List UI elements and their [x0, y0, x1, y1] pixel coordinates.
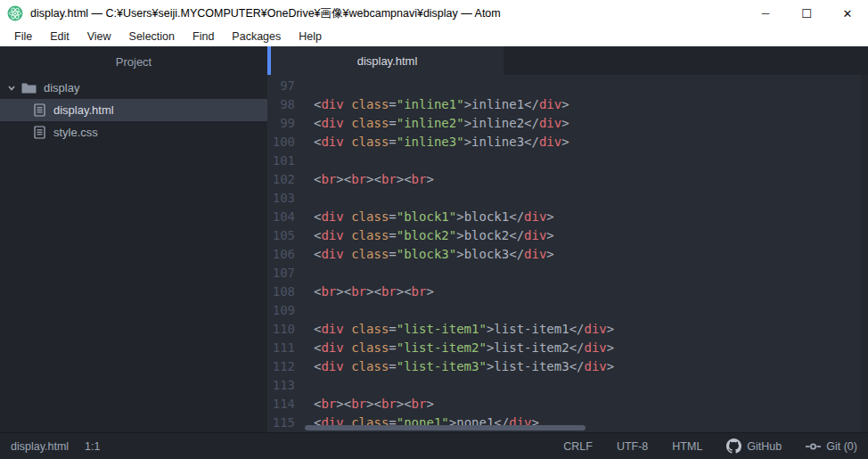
menu-view[interactable]: View	[78, 27, 120, 46]
status-grammar[interactable]: HTML	[672, 440, 702, 453]
project-panel-tab[interactable]: Project	[0, 46, 267, 77]
status-encoding[interactable]: UTF-8	[617, 440, 648, 453]
menu-help[interactable]: Help	[290, 27, 331, 46]
close-button[interactable]: ✕	[827, 0, 868, 27]
status-encoding-label: UTF-8	[617, 440, 648, 453]
line-number: 108	[267, 283, 295, 301]
tab-display-html[interactable]: display.html	[271, 46, 504, 75]
menu-packages[interactable]: Packages	[223, 27, 290, 46]
code-text	[295, 189, 314, 208]
status-cursor-position: 1:1	[85, 440, 100, 453]
status-github-label: GitHub	[747, 440, 782, 453]
code-line-110[interactable]: 110<div class="list-item1">list-item1</d…	[267, 320, 868, 339]
status-line-ending[interactable]: CRLF	[563, 440, 593, 453]
line-number: 101	[267, 152, 295, 170]
code-text: <br><br><br><br>	[295, 283, 434, 301]
code-text: <div class="block3">block3</div>	[295, 245, 554, 264]
code-line-111[interactable]: 111<div class="list-item2">list-item2</d…	[267, 339, 868, 357]
code-line-109[interactable]: 109	[267, 301, 868, 320]
code-line-103[interactable]: 103	[267, 189, 868, 208]
status-line-ending-label: CRLF	[563, 440, 593, 453]
menu-find[interactable]: Find	[184, 27, 223, 46]
horizontal-scrollbar[interactable]	[305, 425, 585, 430]
code-line-104[interactable]: 104<div class="block1">block1</div>	[267, 208, 868, 226]
menu-file[interactable]: File	[5, 27, 41, 46]
github-icon	[726, 439, 741, 454]
line-number: 104	[267, 208, 295, 226]
code-line-112[interactable]: 112<div class="list-item3">list-item3</d…	[267, 357, 868, 376]
code-line-100[interactable]: 100<div class="inline3">inline3</div>	[267, 133, 868, 152]
code-editor[interactable]: 9798<div class="inline1">inline1</div>99…	[267, 75, 868, 432]
tree-item-label: style.css	[53, 126, 98, 139]
code-text: <div class="block2">block2</div>	[295, 226, 554, 245]
tree-item-style-css[interactable]: style.css	[0, 121, 267, 143]
status-github[interactable]: GitHub	[726, 439, 782, 454]
maximize-button[interactable]: ☐	[786, 0, 827, 27]
code-text	[295, 301, 314, 320]
line-number: 100	[267, 133, 295, 152]
code-line-101[interactable]: 101	[267, 152, 868, 170]
code-line-108[interactable]: 108<br><br><br><br>	[267, 283, 868, 301]
git-commit-icon	[806, 441, 821, 452]
file-icon	[34, 126, 45, 139]
project-tree: displaydisplay.htmlstyle.css	[0, 77, 267, 143]
line-number: 114	[267, 395, 295, 414]
status-git[interactable]: Git (0)	[806, 440, 857, 453]
code-text	[295, 376, 314, 395]
vertical-scrollbar[interactable]	[861, 75, 868, 432]
tab-bar: display.html	[267, 46, 868, 75]
status-right: CRLFUTF-8HTMLGitHubGit (0)	[563, 439, 857, 454]
code-line-97[interactable]: 97	[267, 77, 868, 95]
status-grammar-label: HTML	[672, 440, 702, 453]
line-number: 99	[267, 114, 295, 133]
code-line-106[interactable]: 106<div class="block3">block3</div>	[267, 245, 868, 264]
code-text	[295, 152, 314, 170]
line-number: 113	[267, 376, 295, 395]
code-text	[295, 264, 314, 283]
folder-icon	[21, 82, 37, 94]
tree-item-display[interactable]: display	[0, 77, 267, 99]
project-panel: Project displaydisplay.htmlstyle.css	[0, 46, 267, 432]
line-number: 98	[267, 95, 295, 114]
status-bar: display.html 1:1 CRLFUTF-8HTMLGitHubGit …	[0, 432, 868, 459]
menu-selection[interactable]: Selection	[120, 27, 184, 46]
minimize-button[interactable]: ─	[745, 0, 786, 27]
line-number: 97	[267, 77, 295, 95]
code-text: <br><br><br><br>	[295, 170, 434, 189]
status-file-name: display.html	[11, 440, 69, 453]
menu-bar: FileEditViewSelectionFindPackagesHelp	[0, 27, 868, 46]
code-text: <div class="inline3">inline3</div>	[295, 133, 569, 152]
code-text	[295, 77, 314, 95]
status-git-label: Git (0)	[826, 440, 857, 453]
code-text: <div class="list-item3">list-item3</div>	[295, 357, 614, 376]
code-text: <div class="list-item2">list-item2</div>	[295, 339, 614, 357]
atom-icon	[7, 5, 23, 21]
line-number: 103	[267, 189, 295, 208]
code-line-114[interactable]: 114<br><br><br><br>	[267, 395, 868, 414]
chevron-down-icon[interactable]	[7, 84, 16, 93]
line-number: 106	[267, 245, 295, 264]
code-line-98[interactable]: 98<div class="inline1">inline1</div>	[267, 95, 868, 114]
window-title: display.html — C:¥Users¥seiji.MYCOMPUTER…	[30, 6, 501, 21]
status-left: display.html 1:1	[11, 440, 100, 453]
code-line-102[interactable]: 102<br><br><br><br>	[267, 170, 868, 189]
code-line-105[interactable]: 105<div class="block2">block2</div>	[267, 226, 868, 245]
code-text: <br><br><br><br>	[295, 395, 434, 414]
line-number: 115	[267, 414, 295, 432]
tree-item-label: display.html	[53, 103, 114, 117]
code-line-107[interactable]: 107	[267, 264, 868, 283]
title-bar: display.html — C:¥Users¥seiji.MYCOMPUTER…	[0, 0, 868, 27]
code-line-99[interactable]: 99<div class="inline2">inline2</div>	[267, 114, 868, 133]
menu-edit[interactable]: Edit	[41, 27, 78, 46]
code-text: <div class="inline1">inline1</div>	[295, 95, 569, 114]
atom-window: display.html — C:¥Users¥seiji.MYCOMPUTER…	[0, 0, 868, 459]
line-number: 110	[267, 320, 295, 339]
code-line-113[interactable]: 113	[267, 376, 868, 395]
tree-item-label: display	[44, 81, 79, 94]
line-number: 109	[267, 301, 295, 320]
window-controls: ─ ☐ ✕	[745, 0, 868, 27]
code-text: <div class="list-item1">list-item1</div>	[295, 320, 614, 339]
main-area: Project displaydisplay.htmlstyle.css dis…	[0, 46, 868, 432]
editor-pane: display.html 9798<div class="inline1">in…	[267, 46, 868, 432]
tree-item-display-html[interactable]: display.html	[0, 99, 267, 121]
